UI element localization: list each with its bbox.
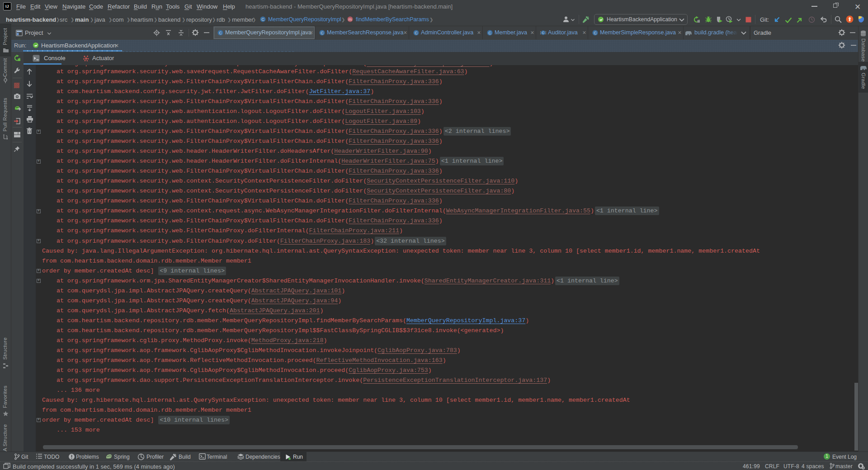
svg-text:C: C: [488, 31, 491, 35]
svg-text:C: C: [261, 17, 264, 22]
svg-text:m: m: [349, 17, 352, 22]
svg-text:C: C: [321, 31, 324, 35]
svg-text:C: C: [219, 31, 222, 35]
svg-text:C: C: [542, 31, 545, 35]
svg-text:C: C: [415, 31, 418, 35]
svg-text:C: C: [594, 31, 597, 35]
